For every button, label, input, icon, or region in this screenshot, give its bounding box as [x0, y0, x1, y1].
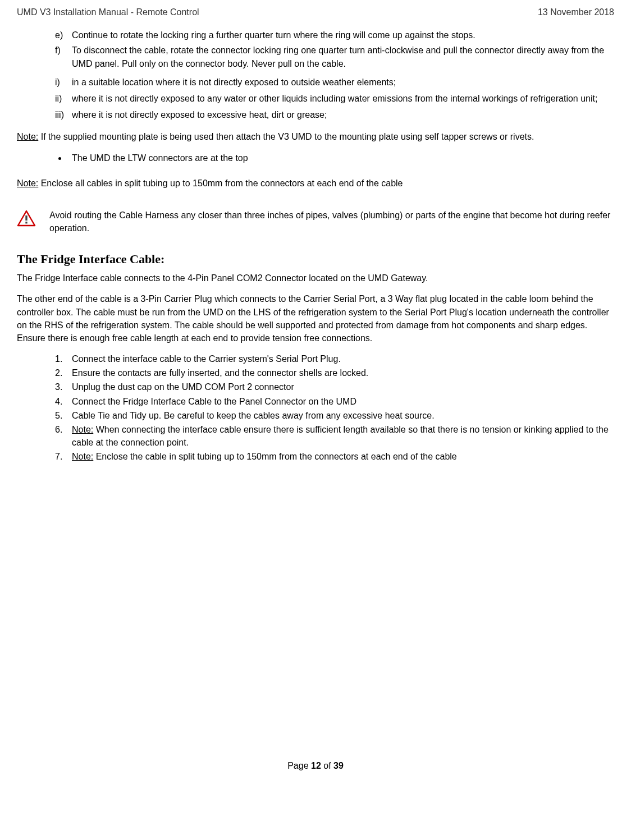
list-text: Connect the Fridge Interface Cable to th… [72, 397, 356, 406]
list-item: i) in a suitable location where it is no… [55, 76, 614, 89]
list-marker: ii) [55, 92, 62, 105]
list-marker: f) [55, 44, 61, 57]
list-text: Enclose the cable in split tubing up to … [93, 452, 457, 461]
list-marker: 4. [55, 395, 62, 408]
note-label: Note: [72, 452, 93, 461]
list-text: Connect the interface cable to the Carri… [72, 354, 341, 364]
list-marker: 5. [55, 409, 62, 422]
list-item: 6. Note: When connecting the interface c… [55, 423, 614, 449]
note-paragraph: Note: If the supplied mounting plate is … [17, 130, 614, 143]
footer-current-page: 12 [311, 761, 321, 770]
list-marker: 3. [55, 380, 62, 393]
footer-prefix: Page [287, 761, 311, 770]
footer-mid: of [321, 761, 333, 770]
warning-callout: Avoid routing the Cable Harness any clos… [17, 209, 614, 235]
list-item: 2. Ensure the contacts are fully inserte… [55, 366, 614, 379]
list-text: where it is not directly exposed to any … [72, 94, 597, 103]
page-footer: Page 12 of 39 [0, 759, 631, 772]
body-paragraph: The other end of the cable is a 3-Pin Ca… [17, 292, 614, 345]
list-marker: e) [55, 29, 63, 42]
list-item: 7. Note: Enclose the cable in split tubi… [55, 450, 614, 463]
warning-icon [17, 210, 36, 230]
list-text: Ensure the contacts are fully inserted, … [72, 368, 368, 378]
list-marker: iii) [55, 108, 64, 121]
list-item: e) Continue to rotate the locking ring a… [55, 29, 614, 42]
list-text: Cable Tie and Tidy up. Be careful to kee… [72, 411, 435, 420]
svg-rect-2 [25, 222, 27, 223]
body-paragraph: The Fridge Interface cable connects to t… [17, 272, 614, 284]
list-item: 3. Unplug the dust cap on the UMD COM Po… [55, 380, 614, 393]
bullet-list: The UMD the LTW connectors are at the to… [17, 152, 614, 164]
list-item: 1. Connect the interface cable to the Ca… [55, 352, 614, 365]
section-heading: The Fridge Interface Cable: [17, 250, 614, 268]
list-marker: 2. [55, 366, 62, 379]
list-text: Continue to rotate the locking ring a fu… [72, 30, 475, 40]
list-text: To disconnect the cable, rotate the conn… [72, 45, 604, 68]
list-text: Unplug the dust cap on the UMD COM Port … [72, 382, 294, 392]
list-text: When connecting the interface cable ensu… [72, 425, 609, 447]
note-label: Note: [17, 132, 38, 141]
note-label: Note: [17, 178, 38, 188]
list-marker: 6. [55, 423, 62, 436]
list-item: The UMD the LTW connectors are at the to… [67, 152, 614, 164]
note-label: Note: [72, 425, 93, 434]
roman-list: i) in a suitable location where it is no… [17, 76, 614, 122]
alpha-list: e) Continue to rotate the locking ring a… [17, 29, 614, 70]
warning-text: Avoid routing the Cable Harness any clos… [49, 209, 614, 235]
header-right: 13 November 2018 [538, 6, 614, 19]
list-marker: 7. [55, 450, 62, 463]
list-item: iii) where it is not directly exposed to… [55, 108, 614, 121]
list-marker: 1. [55, 352, 62, 365]
note-text: Enclose all cables in split tubing up to… [38, 178, 403, 188]
list-text: in a suitable location where it is not d… [72, 77, 396, 87]
list-marker: i) [55, 76, 60, 89]
page-header: UMD V3 Installation Manual - Remote Cont… [17, 6, 614, 19]
list-item: 5. Cable Tie and Tidy up. Be careful to … [55, 409, 614, 422]
numbered-list: 1. Connect the interface cable to the Ca… [17, 352, 614, 463]
list-item: ii) where it is not directly exposed to … [55, 92, 614, 105]
list-item: 4. Connect the Fridge Interface Cable to… [55, 395, 614, 408]
list-text: where it is not directly exposed to exce… [72, 110, 327, 120]
header-left: UMD V3 Installation Manual - Remote Cont… [17, 6, 199, 19]
note-text: If the supplied mounting plate is being … [38, 132, 534, 141]
footer-total-pages: 39 [333, 761, 344, 770]
list-item: f) To disconnect the cable, rotate the c… [55, 44, 614, 70]
note-paragraph: Note: Enclose all cables in split tubing… [17, 177, 614, 190]
svg-rect-1 [25, 215, 27, 221]
